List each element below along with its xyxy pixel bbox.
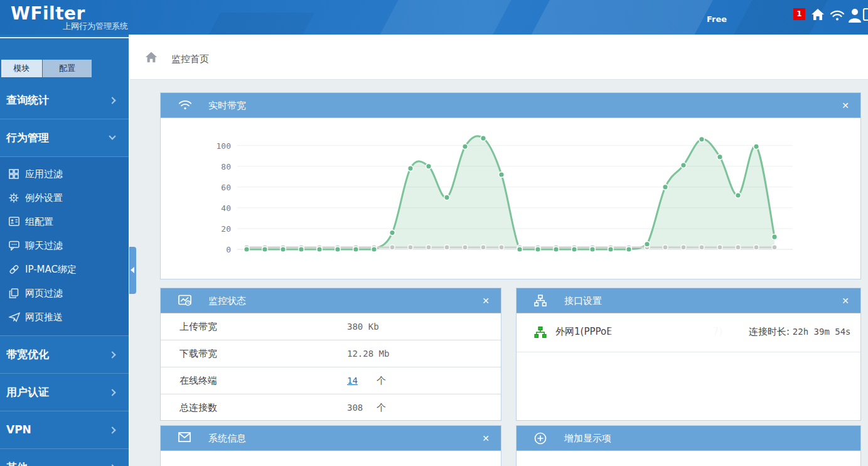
header-decoration [520, 0, 723, 35]
bandwidth-chart: 020406080100 [161, 118, 860, 279]
sidebar-divider [0, 37, 129, 38]
panel-system-info: 系统信息 ✕ [160, 425, 501, 466]
row-label: 上传带宽 [179, 321, 217, 333]
submenu-item-label: 聊天过滤 [25, 240, 63, 251]
chevron-left-icon [131, 267, 134, 273]
close-icon[interactable]: ✕ [842, 295, 849, 307]
row-label: 在线终端 [179, 375, 217, 387]
bandwidth-chart-area: 020406080100 [161, 118, 860, 279]
chevron-right-icon [109, 389, 115, 396]
row-label: 总连接数 [179, 402, 217, 414]
online-terminals-link[interactable]: 14 [347, 376, 358, 386]
submenu-item-app-filter[interactable]: 应用过滤 [0, 162, 129, 186]
menu-item-query-stats[interactable]: 查询统计 [0, 82, 129, 119]
sidebar-collapse-handle[interactable] [129, 247, 136, 294]
status-row-download: 下载带宽 12.28 Mb [161, 340, 501, 367]
panel-header: 监控状态 ✕ [161, 288, 501, 313]
close-icon[interactable]: ✕ [482, 432, 490, 445]
row-label: 下载带宽 [179, 348, 217, 360]
submenu-item-web-filter[interactable]: 网页过滤 [0, 281, 129, 305]
page-title: 监控首页 [171, 53, 209, 65]
close-icon[interactable]: ✕ [842, 99, 849, 112]
submenu-item-exceptions[interactable]: 例外设置 [0, 186, 129, 210]
submenu-item-label: IP-MAC绑定 [25, 264, 77, 275]
app-subtitle: 上网行为管理系统 [63, 21, 128, 32]
duration-label: 连接时长: [749, 326, 793, 337]
grid-icon [9, 169, 19, 179]
svg-text:0: 0 [226, 245, 231, 254]
sysinfo-body [161, 451, 501, 466]
monitor-chart-icon [178, 295, 191, 309]
menu-item-label: 用户认证 [6, 386, 49, 398]
menu-item-other[interactable]: 其他 [0, 449, 129, 466]
submenu-item-chat-filter[interactable]: 聊天过滤 [0, 234, 129, 257]
breadcrumb: 监控首页 [130, 35, 868, 80]
license-badge: Free [707, 14, 727, 24]
add-body [517, 451, 860, 466]
status-row-upload: 上传带宽 380 Kb [161, 313, 501, 340]
panel-header: 接口设置 ✕ [517, 288, 860, 313]
row-value: 12.28 Mb [347, 349, 389, 359]
menu-item-behavior-mgmt[interactable]: 行为管理 [0, 119, 129, 157]
panel-header: 系统信息 ✕ [161, 426, 501, 451]
mail-icon [178, 432, 191, 445]
panel-monitor-status: 监控状态 ✕ 上传带宽 380 Kb 下载带宽 12.28 Mb 在线终端 14… [160, 288, 501, 421]
chevron-right-icon [109, 426, 115, 433]
home-icon[interactable] [145, 51, 158, 66]
submenu-item-ip-mac-binding[interactable]: IP-MAC绑定 [0, 257, 129, 281]
tab-modules[interactable]: 模块 [1, 60, 42, 77]
svg-text:40: 40 [221, 203, 231, 213]
menu-item-user-auth[interactable]: 用户认证 [0, 374, 129, 411]
submenu-item-web-push[interactable]: 网页推送 [0, 305, 129, 329]
wifi-icon[interactable] [830, 9, 845, 24]
interface-row-wan1: 外网1(PPPoE7) 连接时长: 22h 39m 54s [517, 313, 860, 352]
connection-duration: 连接时长: 22h 39m 54s [749, 326, 851, 338]
panel-interface-settings: 接口设置 ✕ 外网1(PPPoE7) 连接时长: 22h 39m 54s [516, 288, 861, 421]
row-value: 380 Kb [347, 322, 379, 332]
duration-value: 22h 39m 54s [793, 327, 851, 337]
panel-title: 监控状态 [208, 295, 246, 307]
submenu-item-label: 例外设置 [25, 192, 63, 203]
plus-circle-icon [534, 432, 547, 447]
submenu-item-label: 网页推送 [25, 312, 63, 323]
submenu-item-label: 组配置 [25, 216, 53, 227]
panel-add-display-item: 增加显示项 [516, 425, 861, 466]
menu-item-label: 查询统计 [6, 94, 49, 106]
panel-title: 系统信息 [208, 433, 246, 445]
menu-item-bandwidth-opt[interactable]: 带宽优化 [0, 336, 129, 374]
wfilter-dashboard: { "header": { "logo": "WFilter", "subtit… [0, 0, 868, 466]
behavior-submenu: 应用过滤 例外设置 组配置 聊天过滤 [0, 157, 129, 336]
interface-name-prefix: 外网1(PPPoE [555, 326, 613, 337]
status-row-total-connections: 总连接数 308 个 [161, 394, 501, 421]
status-rows: 上传带宽 380 Kb 下载带宽 12.28 Mb 在线终端 14 个 总连接数… [161, 313, 501, 420]
wifi-icon [178, 99, 192, 113]
panel-header: 增加显示项 [517, 426, 860, 451]
menu-item-label: 带宽优化 [6, 348, 49, 360]
row-value: 308 [347, 403, 363, 413]
top-header: WFilter 上网行为管理系统 Free 1 [0, 0, 868, 35]
svg-text:60: 60 [221, 183, 231, 192]
panel-realtime-bandwidth: 实时带宽 ✕ 020406080100 [160, 92, 861, 279]
svg-text:80: 80 [221, 162, 231, 171]
send-icon [9, 312, 20, 322]
gear-icon [9, 193, 19, 203]
user-icon[interactable] [848, 8, 862, 25]
logout-icon[interactable] [862, 8, 868, 24]
submenu-item-group-config[interactable]: 组配置 [0, 210, 129, 234]
menu-item-vpn[interactable]: VPN [0, 411, 129, 449]
panel-header: 实时带宽 ✕ [161, 93, 860, 118]
submenu-item-label: 应用过滤 [25, 168, 63, 180]
row-unit: 个 [377, 375, 386, 387]
sidebar-menu: 查询统计 行为管理 应用过滤 例外设置 [0, 82, 129, 466]
home-icon[interactable] [811, 8, 825, 24]
panel-title: 增加显示项 [564, 433, 611, 445]
sidebar: 模块 配置 查询统计 行为管理 应用过滤 例外设置 [0, 35, 129, 466]
tab-config[interactable]: 配置 [43, 60, 92, 77]
submenu-item-label: 网页过滤 [25, 288, 63, 299]
main-content: 监控首页 实时带宽 ✕ 020406080100 监控状态 ✕ [129, 35, 868, 466]
close-icon[interactable]: ✕ [482, 295, 490, 307]
notification-badge[interactable]: 1 [793, 8, 805, 20]
chat-icon [9, 241, 19, 251]
link-icon [9, 264, 19, 274]
chevron-down-icon [109, 133, 115, 139]
